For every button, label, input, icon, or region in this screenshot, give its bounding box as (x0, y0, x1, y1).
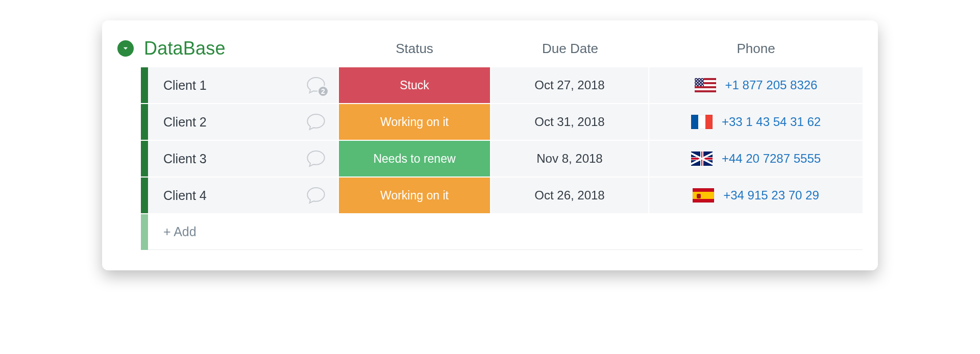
row-color-bar (141, 214, 148, 250)
board-card: DataBase Status Due Date Phone Client 1 … (102, 20, 878, 270)
table-row[interactable]: Client 4 Working on it Oct 26, 2018 +34 … (141, 178, 863, 214)
add-item-button[interactable]: + Add (148, 214, 863, 250)
add-row[interactable]: + Add (141, 214, 863, 250)
country-flag-icon (691, 151, 713, 166)
status-cell[interactable]: Needs to renew (338, 141, 491, 176)
item-name[interactable]: Client 4 (163, 188, 207, 203)
phone-number[interactable]: +34 915 23 70 29 (723, 188, 819, 203)
chevron-down-icon (122, 45, 129, 52)
status-cell[interactable]: Working on it (338, 104, 491, 140)
phone-cell[interactable]: +33 1 43 54 31 62 (649, 104, 863, 140)
row-color-bar (141, 178, 148, 213)
name-cell[interactable]: Client 1 2 (148, 67, 338, 103)
item-name[interactable]: Client 3 (163, 151, 207, 166)
due-date-cell[interactable]: Oct 31, 2018 (491, 104, 649, 140)
conversation-button[interactable] (305, 148, 327, 169)
group-title[interactable]: DataBase (139, 38, 338, 59)
phone-cell[interactable]: +34 915 23 70 29 (649, 178, 863, 213)
name-cell[interactable]: Client 4 (148, 178, 338, 213)
group-table: Client 1 2 Stuck Oct 27, 2018 +1 877 205… (141, 67, 863, 250)
row-color-bar (141, 104, 148, 140)
country-flag-icon (693, 188, 714, 203)
speech-bubble-icon (306, 148, 326, 169)
country-flag-icon (691, 115, 713, 129)
group-header: DataBase Status Due Date Phone (117, 38, 863, 59)
column-header-status[interactable]: Status (338, 41, 491, 57)
item-name[interactable]: Client 2 (163, 115, 207, 130)
comment-count-badge: 2 (317, 86, 329, 97)
phone-number[interactable]: +33 1 43 54 31 62 (722, 115, 821, 129)
conversation-button[interactable] (305, 185, 327, 206)
status-cell[interactable]: Stuck (338, 67, 491, 103)
due-date-cell[interactable]: Oct 26, 2018 (491, 178, 649, 213)
row-color-bar (141, 67, 148, 103)
conversation-button[interactable]: 2 (305, 74, 327, 96)
item-name[interactable]: Client 1 (163, 78, 207, 93)
column-header-due-date[interactable]: Due Date (491, 41, 649, 57)
country-flag-icon (695, 78, 716, 92)
phone-number[interactable]: +1 877 205 8326 (725, 78, 818, 92)
table-row[interactable]: Client 1 2 Stuck Oct 27, 2018 +1 877 205… (141, 67, 863, 104)
conversation-button[interactable] (305, 111, 327, 133)
name-cell[interactable]: Client 2 (148, 104, 338, 140)
phone-number[interactable]: +44 20 7287 5555 (722, 151, 821, 166)
status-cell[interactable]: Working on it (338, 178, 491, 213)
phone-cell[interactable]: +44 20 7287 5555 (649, 141, 863, 176)
row-color-bar (141, 141, 148, 176)
speech-bubble-icon (306, 112, 326, 132)
phone-cell[interactable]: +1 877 205 8326 (649, 67, 863, 103)
collapse-group-button[interactable] (117, 40, 134, 57)
speech-bubble-icon (306, 185, 326, 206)
table-row[interactable]: Client 3 Needs to renew Nov 8, 2018 +44 … (141, 141, 863, 178)
name-cell[interactable]: Client 3 (148, 141, 338, 176)
due-date-cell[interactable]: Oct 27, 2018 (491, 67, 649, 103)
column-header-phone[interactable]: Phone (649, 41, 863, 57)
table-row[interactable]: Client 2 Working on it Oct 31, 2018 +33 … (141, 104, 863, 141)
due-date-cell[interactable]: Nov 8, 2018 (491, 141, 649, 176)
